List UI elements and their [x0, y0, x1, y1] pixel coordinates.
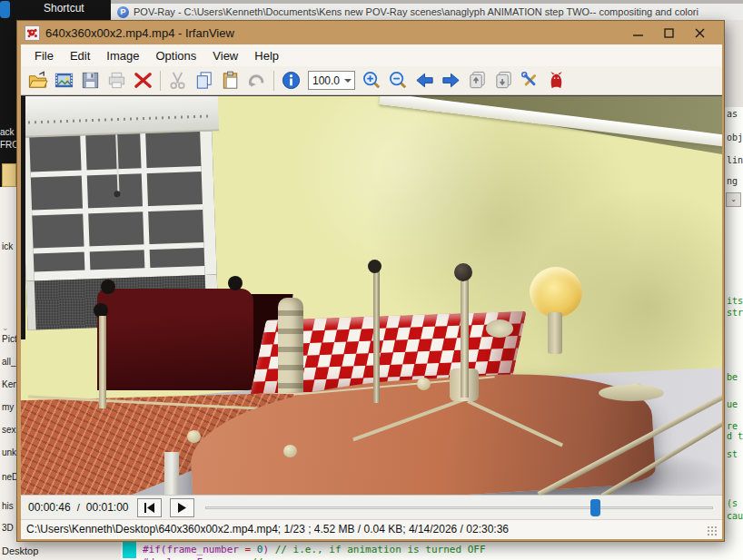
code-fragment: str — [727, 308, 743, 318]
last-page-icon[interactable] — [490, 68, 517, 93]
povray-icon: P — [117, 6, 129, 18]
code-token: #declare Frame... — [143, 556, 251, 560]
menubar: File Edit Image Options View Help — [21, 44, 722, 66]
time-separator: / — [77, 502, 80, 513]
menu-image[interactable]: Image — [98, 47, 147, 64]
folder-icon[interactable] — [2, 163, 16, 187]
irfanview-titlebar[interactable]: 640x360x00x2.mp4.mp4 - IrfanView — [17, 21, 724, 44]
copy-icon[interactable] — [191, 68, 217, 93]
window-title: 640x360x00x2.mp4.mp4 - IrfanView — [45, 26, 234, 40]
yellow-flowers — [530, 267, 582, 318]
screen: Shortcut P POV-Ray - C:\Users\Kenneth\Do… — [0, 0, 743, 560]
sofa-finial — [228, 276, 243, 290]
menu-view[interactable]: View — [204, 47, 246, 64]
menu-help[interactable]: Help — [246, 47, 287, 64]
menu-file[interactable]: File — [26, 47, 62, 64]
code-token: // ... — [251, 556, 287, 560]
code-fragment: cau — [727, 511, 743, 521]
dropdown-arrow-icon[interactable]: ⌄ — [726, 192, 741, 207]
play-button[interactable] — [170, 498, 194, 517]
playback-bar: 00:00:46 / 00:01:00 — [21, 495, 722, 519]
close-button[interactable] — [684, 23, 715, 43]
irfanview-app-icon — [25, 25, 40, 41]
desktop-icon-label[interactable]: Shortcut — [44, 2, 84, 15]
undo-icon[interactable] — [243, 68, 270, 93]
code-fragment: ng s — [727, 176, 743, 186]
sofa-finial — [101, 280, 115, 294]
rendered-sofa — [97, 289, 253, 390]
povray-toolbar-edge — [725, 20, 743, 107]
next-file-icon[interactable] — [438, 68, 464, 93]
minimize-button[interactable] — [622, 23, 653, 43]
video-display-area[interactable] — [21, 95, 722, 495]
povray-editor-bottom[interactable]: #if(frame_number = 0) // i.e., if animat… — [121, 540, 743, 560]
plate — [599, 385, 664, 401]
sidebar-item[interactable]: unk — [2, 447, 16, 457]
combo-arrow-icon — [344, 79, 352, 83]
delete-icon[interactable] — [130, 68, 156, 93]
info-icon[interactable] — [278, 68, 304, 93]
seek-slider[interactable] — [205, 498, 714, 517]
chevron-down-icon[interactable]: ⌄ — [2, 323, 9, 332]
scene-left-edge — [21, 96, 25, 339]
pole — [99, 316, 106, 408]
povray-window-title: POV-Ray - C:\Users\Kenneth\Documents\Ken… — [134, 6, 698, 17]
pole-ball — [454, 263, 472, 281]
code-fragment: line — [727, 155, 743, 165]
pole-ball — [368, 260, 381, 273]
sidebar-item[interactable]: Pict — [2, 334, 17, 344]
code-token: = — [245, 544, 257, 555]
sidebar-item-desktop[interactable]: Desktop — [2, 545, 38, 556]
sidebar-item[interactable]: sex — [2, 425, 16, 435]
code-line: #if(frame_number = 0) // i.e., if animat… — [143, 544, 486, 555]
code-fragment: d t — [727, 431, 743, 441]
menu-edit[interactable]: Edit — [62, 47, 98, 64]
cup — [486, 319, 513, 338]
code-fragment: as — [727, 109, 738, 119]
table-peg — [283, 445, 297, 457]
settings-icon[interactable] — [517, 68, 543, 93]
slideshow-icon[interactable] — [51, 68, 77, 93]
previous-file-icon[interactable] — [411, 68, 438, 93]
resize-grip[interactable] — [707, 526, 718, 536]
desktop-thumbnail-image[interactable] — [0, 1, 10, 18]
statusbar: C:\Users\Kenneth\Desktop\640x360x00x2.mp… — [21, 519, 722, 539]
zoom-out-icon[interactable] — [385, 68, 411, 93]
code-fragment: obj — [727, 133, 743, 142]
toolbar-separator — [160, 71, 161, 91]
desktop-icon-label-fragment: ack — [0, 127, 15, 137]
code-fragment: its — [727, 296, 743, 306]
desktop-left-black — [0, 20, 16, 187]
code-fragment: (s — [727, 498, 738, 508]
vase — [548, 312, 562, 354]
about-irfanview-icon[interactable] — [543, 68, 570, 93]
save-icon[interactable] — [77, 68, 104, 93]
skip-to-start-button[interactable] — [137, 498, 162, 517]
code-fragment: re — [727, 421, 738, 431]
center-pole — [461, 274, 469, 398]
first-page-icon[interactable] — [464, 68, 490, 93]
selection-highlight — [123, 542, 136, 558]
toolbar: 100.0 — [21, 66, 722, 95]
code-fragment: ue — [727, 399, 738, 409]
table-peg — [417, 378, 431, 390]
elapsed-time: 00:00:46 — [28, 501, 71, 514]
povray-window-titlebar[interactable]: P POV-Ray - C:\Users\Kenneth\Documents\K… — [111, 0, 743, 20]
print-icon[interactable] — [104, 68, 130, 93]
slider-thumb[interactable] — [590, 499, 600, 516]
zoom-combobox[interactable]: 100.0 — [308, 71, 355, 90]
open-icon[interactable] — [25, 68, 51, 93]
zoom-value: 100.0 — [312, 74, 340, 87]
table-peg — [187, 430, 201, 443]
slider-track[interactable] — [205, 506, 714, 509]
zoom-in-icon[interactable] — [359, 68, 385, 93]
toolbar-separator — [273, 71, 274, 91]
paste-icon[interactable] — [217, 68, 243, 93]
maximize-button[interactable] — [653, 23, 684, 43]
code-fragment: be — [727, 372, 738, 382]
cut-icon[interactable] — [164, 68, 191, 93]
thin-pole — [373, 270, 380, 403]
sidebar-item[interactable]: ick — [2, 241, 13, 251]
menu-options[interactable]: Options — [148, 47, 205, 64]
sidebar-item[interactable]: my — [2, 402, 14, 412]
